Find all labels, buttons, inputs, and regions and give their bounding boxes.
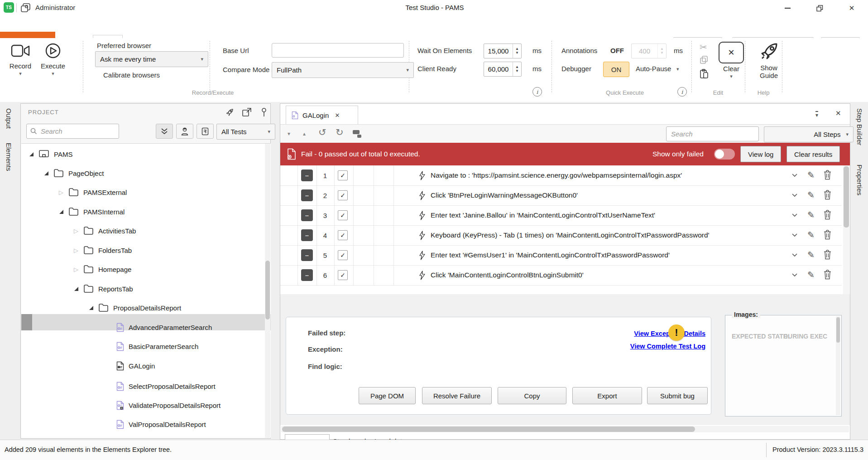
expander-expanded-icon[interactable] — [44, 171, 48, 175]
chevron-down-icon[interactable] — [792, 233, 797, 237]
copy-button[interactable]: Copy — [498, 387, 566, 404]
delete-step-icon[interactable] — [824, 210, 831, 220]
submit-bug-button[interactable]: Submit bug — [647, 387, 708, 404]
steps-filter-select[interactable]: All Steps — [764, 126, 854, 142]
delete-step-icon[interactable] — [824, 250, 831, 260]
chevron-down-icon[interactable] — [792, 213, 797, 217]
edit-step-icon[interactable] — [807, 210, 815, 220]
step-checkbox-checked[interactable] — [338, 170, 348, 180]
description-button[interactable] — [197, 124, 214, 139]
compare-mode-select[interactable]: FullPath — [272, 62, 414, 78]
user-filter-button[interactable] — [176, 124, 193, 139]
spinner-arrows-icon[interactable]: ▲▼ — [513, 44, 521, 58]
expander-collapsed-icon[interactable] — [58, 189, 65, 196]
edit-step-icon[interactable] — [807, 250, 815, 260]
debugger-toggle[interactable]: ON — [603, 62, 629, 77]
project-search-input[interactable] — [40, 127, 132, 136]
pin-icon[interactable] — [260, 107, 268, 118]
step-row[interactable]: 4 Keyboard (KeyPress) - Tab (1 times) on… — [280, 225, 842, 246]
restore-button[interactable] — [812, 3, 827, 14]
sidebar-tab-properties[interactable]: Properties — [856, 165, 863, 195]
collapse-step-icon[interactable] — [301, 249, 313, 261]
tree-item[interactable]: FoldersTab — [21, 242, 271, 258]
chevron-down-icon[interactable] — [792, 273, 797, 277]
collapse-step-icon[interactable] — [301, 189, 313, 201]
view-log-button[interactable]: View log — [740, 146, 781, 162]
step-checkbox-checked[interactable] — [338, 250, 348, 260]
execute-button[interactable]: Execute — [39, 42, 67, 76]
window-position-icon[interactable]: ▾ — [815, 111, 818, 118]
show-only-failed-toggle[interactable] — [714, 149, 735, 160]
close-tab-icon[interactable] — [335, 112, 340, 119]
tests-filter-select[interactable]: All Tests — [216, 124, 275, 140]
project-search[interactable] — [26, 124, 119, 139]
expander-expanded-icon[interactable] — [89, 306, 93, 310]
close-document-icon[interactable] — [835, 109, 841, 117]
auto-pause-dropdown[interactable]: Auto-Pause — [636, 65, 671, 73]
chevron-down-icon[interactable] — [792, 194, 797, 197]
delete-step-icon[interactable] — [824, 230, 831, 240]
step-checkbox-checked[interactable] — [338, 210, 348, 220]
annotations-toggle[interactable]: OFF — [610, 47, 624, 54]
view-complete-test-log-link[interactable]: View Complete Test Log — [630, 343, 705, 350]
step-checkbox-checked[interactable] — [338, 270, 348, 280]
tree-item[interactable]: PAMS — [21, 146, 270, 162]
minimize-button[interactable] — [780, 3, 795, 14]
client-ready-stepper[interactable]: 60,000 ▲▼ — [484, 62, 522, 77]
collapse-step-icon[interactable] — [301, 209, 313, 221]
preferred-browser-select[interactable]: Ask me every time — [95, 51, 208, 67]
save-icon[interactable] — [20, 2, 31, 14]
tree-item[interactable]: ValProposalDetailsReport — [21, 416, 271, 432]
tree-scrollbar[interactable] — [265, 144, 270, 438]
step-row[interactable]: 2 Click 'BtnPreLoginWarningMessageOKButt… — [280, 185, 842, 206]
sidebar-tab-output[interactable]: Output — [5, 108, 13, 129]
step-flow-icon[interactable] — [353, 130, 362, 138]
tree-item[interactable]: ProposalDetailsReport — [21, 300, 271, 315]
tree-item[interactable]: Homepage — [21, 261, 271, 277]
images-scrollbar[interactable] — [836, 316, 840, 415]
record-button[interactable]: Record — [5, 42, 35, 76]
expander-collapsed-icon[interactable] — [72, 266, 80, 273]
chevron-down-icon[interactable] — [792, 174, 797, 177]
expander-collapsed-icon[interactable] — [72, 228, 80, 234]
export-button[interactable]: Export — [572, 387, 642, 404]
clear-button[interactable]: Clear — [719, 42, 743, 79]
step-checkbox-checked[interactable] — [338, 190, 348, 200]
collapse-all-button[interactable] — [156, 124, 173, 139]
tree-item[interactable]: ValidateProposalDetailsReport — [21, 397, 271, 413]
edit-step-icon[interactable] — [807, 170, 815, 180]
undo-icon[interactable] — [318, 127, 326, 138]
steps-search-input[interactable] — [670, 130, 763, 138]
clear-results-button[interactable]: Clear results — [786, 146, 840, 162]
wait-on-elements-stepper[interactable]: 15,000 ▲▼ — [484, 44, 522, 58]
step-row[interactable]: 5 Enter text '#GemsUser1' in 'MainConten… — [280, 245, 842, 266]
info-icon[interactable] — [532, 87, 542, 97]
chevron-down-icon[interactable] — [676, 67, 679, 72]
redo-icon[interactable] — [336, 127, 344, 138]
tree-item[interactable]: SelectProposalDetailsReport — [21, 378, 271, 394]
step-checkbox-checked[interactable] — [338, 230, 348, 240]
editor-tab-galogin[interactable]: GALogin — [286, 106, 358, 124]
rocket-icon[interactable] — [224, 107, 235, 118]
collapse-step-icon[interactable] — [301, 229, 313, 241]
calibrate-browsers-button[interactable]: Calibrate browsers — [103, 71, 160, 79]
tree-item[interactable]: PageObject — [21, 165, 271, 181]
delete-step-icon[interactable] — [824, 270, 831, 280]
expander-expanded-icon[interactable] — [59, 210, 63, 214]
move-step-up-icon[interactable]: ▴ — [303, 131, 306, 137]
step-row[interactable]: 1 Navigate to : 'https://pamsint.science… — [280, 165, 842, 186]
step-row[interactable]: 6 Click 'MainContentLoginControlBtnLogin… — [280, 265, 842, 286]
sidebar-tab-step-builder[interactable]: Step Builder — [856, 108, 863, 145]
sidebar-tab-elements[interactable]: Elements — [5, 143, 13, 171]
move-step-down-icon[interactable]: ▾ — [288, 131, 290, 137]
spinner-arrows-icon[interactable]: ▲▼ — [513, 62, 521, 76]
tree-item-selected[interactable]: GALogin — [21, 358, 271, 373]
close-button[interactable] — [844, 3, 859, 14]
expander-collapsed-icon[interactable] — [72, 247, 80, 254]
page-dom-button[interactable]: Page DOM — [359, 387, 416, 404]
step-row[interactable]: 3 Enter text 'Janine.Ballou' in 'MainCon… — [280, 205, 842, 226]
horizontal-scrollbar[interactable] — [281, 426, 849, 432]
steps-search[interactable] — [666, 126, 759, 141]
tree-item[interactable]: ActivitiesTab — [21, 223, 271, 238]
open-external-icon[interactable] — [242, 107, 252, 117]
